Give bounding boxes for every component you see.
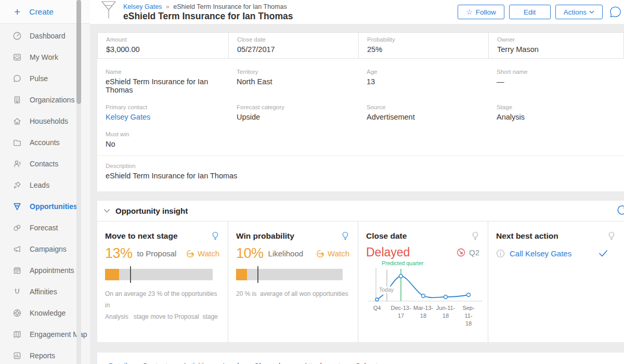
insight-close-date: Close date Delayed Q2 Predicted quarter (358, 222, 488, 342)
field-label: Close date (237, 36, 350, 43)
megaphone-icon (12, 244, 22, 254)
field-territory: Territory North East (228, 65, 358, 100)
title-block: Kelsey Gates » eShield Term Insurance fo… (123, 3, 293, 22)
breadcrumb-parent-link[interactable]: Kelsey Gates (123, 3, 162, 10)
field-label: Name (106, 69, 220, 75)
refresh-icon[interactable] (616, 205, 624, 217)
plus-icon: + (14, 6, 20, 17)
funnel-icon (12, 202, 22, 211)
field-close-date: Close date 05/27/2017 (229, 33, 359, 58)
watch-link[interactable]: Watch (316, 249, 349, 258)
check-icon[interactable] (598, 248, 608, 258)
flashlight-icon (12, 180, 22, 190)
field-value: eShield Term Insurance for Ian Thomas (106, 77, 220, 94)
field-amount: Amount $3,000.00 (98, 33, 229, 58)
watch-link[interactable]: Watch (186, 249, 219, 258)
chat-icon[interactable] (609, 6, 622, 19)
field-value: North East (237, 77, 350, 86)
tab-attachments[interactable]: Attachments (304, 362, 344, 364)
sidebar-item-label: Leads (30, 181, 49, 189)
edit-button[interactable]: Edit (509, 5, 551, 19)
field-label: Short name (497, 69, 616, 75)
sidebar-item-label: Opportunities (30, 202, 77, 211)
person-icon (12, 159, 22, 168)
follow-label: Follow (476, 8, 496, 16)
edit-label: Edit (524, 8, 536, 16)
bulb-icon[interactable] (211, 231, 219, 241)
stage-progress-bar (105, 269, 213, 280)
x-tick: Sep-11- 18 (462, 304, 474, 328)
bulb-icon[interactable] (471, 231, 479, 241)
field-stage: Stage Analysis (488, 100, 624, 127)
field-label: Probability (367, 36, 480, 43)
delay-quarter: Q2 (469, 248, 479, 257)
actions-button[interactable]: Actions (555, 5, 603, 19)
chevron-down-icon (589, 10, 594, 14)
detail-tabs: Details Contacts Activities Leads Close … (97, 353, 624, 364)
field-description: Description eShield Term Insurance for I… (97, 156, 624, 191)
field-label: Primary contact (106, 104, 220, 110)
field-label: Must win (106, 131, 220, 137)
breadcrumb: Kelsey Gates » eShield Term Insurance fo… (123, 3, 293, 10)
field-value: Advertisement (367, 113, 480, 121)
field-value: Terry Mason (497, 45, 615, 54)
bulb-icon[interactable] (607, 231, 616, 241)
field-grid: Name eShield Term Insurance for Ian Thom… (97, 59, 624, 154)
inbox-icon (12, 53, 22, 62)
watch-icon (316, 249, 325, 258)
page-title: eShield Term Insurance for Ian Thomas (123, 11, 293, 22)
tab-leads[interactable]: Leads (223, 362, 242, 364)
win-percent: 10% (236, 245, 264, 262)
sidebar-item-label: Dashboard (30, 32, 66, 40)
sidebar-item-label: Knowledge (30, 309, 66, 317)
call-action-link[interactable]: Call Kelsey Gates (510, 249, 571, 258)
x-tick: Dec-13- 17 (391, 304, 411, 320)
folder-icon (12, 138, 22, 147)
tab-activities[interactable]: Activities (183, 362, 211, 364)
map-icon (12, 330, 22, 339)
collapse-chevron-icon[interactable] (103, 209, 110, 213)
x-tick: Jun-11- 18 (436, 304, 455, 320)
sidebar-scrollbar-thumb[interactable] (76, 0, 81, 104)
field-label: Stage (497, 104, 616, 110)
info-icon[interactable] (496, 249, 505, 258)
card-title: Next best action (496, 231, 558, 241)
sidebar-item-label: Forecast (30, 224, 58, 232)
primary-contact-link[interactable]: Kelsey Gates (106, 113, 220, 121)
tab-details[interactable]: Details (109, 362, 131, 364)
insight-next-best-action: Next best action Call Kelsey Gates (488, 222, 624, 342)
opportunity-details-card: Amount $3,000.00 Close date 05/27/2017 P… (97, 32, 624, 191)
field-label: Age (367, 69, 480, 75)
field-value: — (497, 77, 616, 86)
insight-move-to-next-stage: Move to next stage 13% to Proposal Watch… (97, 222, 228, 342)
tab-contacts[interactable]: Contacts (142, 362, 171, 364)
bar-chart-icon (12, 351, 22, 360)
close-date-status: Delayed (366, 245, 410, 259)
actions-label: Actions (564, 8, 587, 16)
tab-sales-team[interactable]: Sales team (355, 362, 392, 364)
main-area: Kelsey Gates » eShield Term Insurance fo… (90, 0, 624, 364)
sidebar-item-label: Affinities (30, 288, 57, 296)
field-value: Upside (237, 113, 350, 121)
stage-move-target: to Proposal (137, 249, 177, 258)
win-average-marker (257, 266, 258, 283)
calendar-icon (12, 266, 22, 275)
gauge-icon (12, 31, 22, 41)
stage-average-marker (130, 266, 131, 283)
stage-move-percent: 13% (105, 245, 133, 262)
field-value: 13 (367, 77, 480, 86)
watch-label: Watch (198, 249, 219, 258)
insight-title: Opportunity insight (115, 206, 188, 215)
card-title: Win probability (236, 231, 294, 241)
sidebar-item-label: Pulse (30, 74, 48, 83)
sidebar-item-label: Contacts (30, 160, 58, 168)
field-source: Source Advertisement (358, 100, 488, 127)
tab-close-plans[interactable]: Close plans (254, 362, 292, 364)
sidebar-item-label: Organizations (30, 96, 74, 104)
chat-bubble-icon (12, 74, 22, 83)
sidebar-item-label: Appointments (30, 266, 74, 275)
sidebar-scrollbar-track (76, 0, 81, 364)
bulb-icon[interactable] (341, 231, 349, 241)
field-label: Owner (497, 36, 615, 43)
follow-button[interactable]: ☆ Follow (458, 5, 504, 19)
